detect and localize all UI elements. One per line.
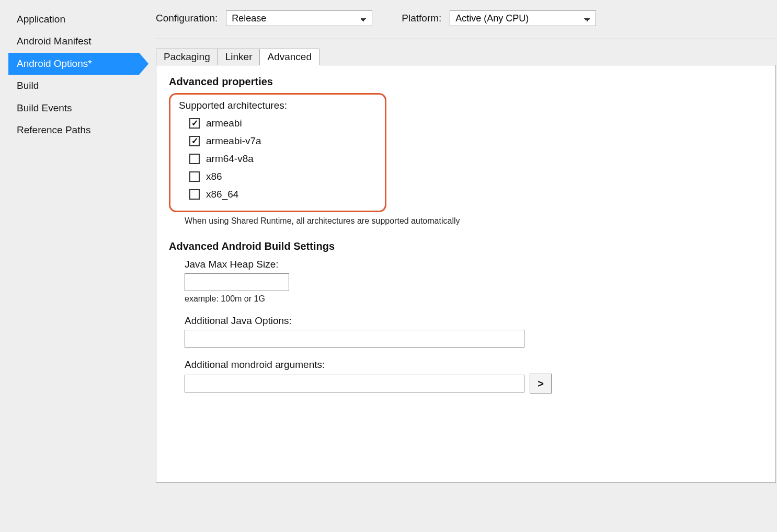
platform-select[interactable]: Active (Any CPU) bbox=[450, 10, 596, 26]
sidebar-item-build-events[interactable]: Build Events bbox=[8, 97, 139, 119]
checkbox-label-armeabi-v7a: armeabi-v7a bbox=[206, 135, 261, 147]
sidebar-item-application[interactable]: Application bbox=[8, 8, 139, 30]
sidebar-item-build[interactable]: Build bbox=[8, 75, 139, 97]
mondroid-more-button[interactable]: > bbox=[530, 374, 552, 394]
checkbox-armeabi[interactable] bbox=[189, 118, 200, 129]
java-options-input[interactable] bbox=[185, 330, 524, 348]
configuration-select[interactable]: Release bbox=[226, 10, 372, 26]
supported-architectures-label: Supported architectures: bbox=[179, 100, 376, 111]
platform-label: Platform: bbox=[402, 13, 441, 24]
java-heap-label: Java Max Heap Size: bbox=[185, 259, 763, 270]
supported-architectures-group: Supported architectures: armeabi armeabi… bbox=[169, 93, 386, 212]
advanced-build-settings-heading: Advanced Android Build Settings bbox=[169, 240, 763, 252]
tab-linker[interactable]: Linker bbox=[218, 49, 260, 65]
advanced-properties-heading: Advanced properties bbox=[169, 76, 763, 88]
checkbox-arm64-v8a[interactable] bbox=[189, 154, 200, 164]
checkbox-label-arm64-v8a: arm64-v8a bbox=[206, 153, 254, 165]
config-row: Configuration: Release Platform: Active … bbox=[156, 10, 776, 39]
main-panel: Configuration: Release Platform: Active … bbox=[156, 10, 776, 483]
configuration-label: Configuration: bbox=[156, 13, 218, 24]
java-options-label: Additional Java Options: bbox=[185, 315, 763, 327]
mondroid-args-input[interactable] bbox=[185, 375, 524, 392]
shared-runtime-hint: When using Shared Runtime, all architect… bbox=[185, 216, 763, 226]
mondroid-args-label: Additional mondroid arguments: bbox=[185, 359, 763, 371]
checkbox-label-armeabi: armeabi bbox=[206, 118, 242, 129]
tab-panel-advanced: Advanced properties Supported architectu… bbox=[156, 65, 776, 483]
java-heap-example: example: 100m or 1G bbox=[185, 294, 763, 304]
tab-packaging[interactable]: Packaging bbox=[156, 49, 218, 65]
checkbox-label-x86: x86 bbox=[206, 171, 222, 182]
checkbox-x86[interactable] bbox=[189, 171, 200, 182]
sidebar-item-android-manifest[interactable]: Android Manifest bbox=[8, 30, 139, 52]
sidebar-item-android-options[interactable]: Android Options* bbox=[8, 53, 139, 75]
checkbox-armeabi-v7a[interactable] bbox=[189, 136, 200, 146]
checkbox-label-x86-64: x86_64 bbox=[206, 189, 238, 200]
sidebar-item-reference-paths[interactable]: Reference Paths bbox=[8, 119, 139, 141]
checkbox-x86-64[interactable] bbox=[189, 189, 200, 200]
tab-advanced[interactable]: Advanced bbox=[260, 49, 319, 65]
tabs: Packaging Linker Advanced bbox=[156, 49, 776, 65]
java-heap-input[interactable] bbox=[185, 273, 289, 291]
sidebar: Application Android Manifest Android Opt… bbox=[8, 8, 139, 141]
